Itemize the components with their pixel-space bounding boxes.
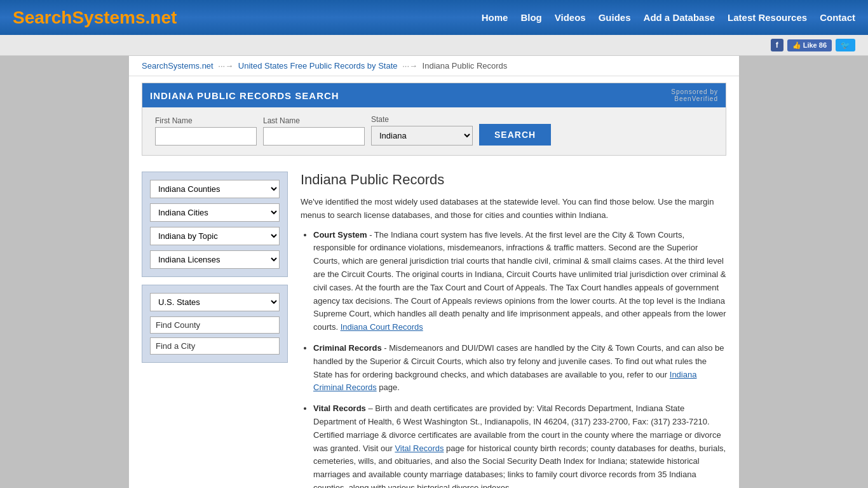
breadcrumb-arrow-2: ···→ [402,61,419,71]
find-county-link[interactable]: Find County [150,316,280,334]
court-text: - The Indiana court system has five leve… [313,230,726,332]
nav-blog[interactable]: Blog [520,12,541,23]
court-title: Court System [313,230,367,240]
search-header: INDIANA PUBLIC RECORDS SEARCH Sponsored … [142,83,726,107]
content-area: Indiana Counties Indiana Cities Indiana … [129,162,739,488]
breadcrumb-arrow-1: ···→ [218,61,235,71]
state-select[interactable]: Indiana Alabama Alaska [371,126,473,146]
twitter-button[interactable]: 🐦 [836,39,855,51]
search-fields: First Name Last Name State Indiana Alaba… [155,115,713,146]
sidebar: Indiana Counties Indiana Cities Indiana … [142,172,288,488]
nav-add-database[interactable]: Add a Database [644,12,715,23]
first-name-input[interactable] [155,127,257,146]
main-wrapper: SearchSystems.net ···→ United States Fre… [129,56,739,488]
like-button[interactable]: 👍 Like 86 [787,39,832,51]
vital-title: Vital Records [313,403,366,413]
find-city-link[interactable]: Find a City [150,337,280,355]
main-content: Indiana Public Records We've identified … [301,172,726,488]
sponsored-text: Sponsored by BeenVerified [671,88,718,102]
list-item-vital: Vital Records – Birth and death certific… [313,402,726,488]
last-name-group: Last Name [263,116,365,146]
search-button[interactable]: SEARCH [479,124,551,146]
breadcrumb-home[interactable]: SearchSystems.net [142,61,214,71]
list-item-court: Court System - The Indiana court system … [313,229,726,334]
indiana-licenses-dropdown[interactable]: Indiana Licenses [150,250,280,269]
criminal-title: Criminal Records [313,343,382,353]
logo-text: SearchSystems [13,8,146,27]
criminal-text-after: page. [379,383,400,392]
social-bar: f 👍 Like 86 🐦 [0,35,868,56]
nav-contact[interactable]: Contact [820,12,855,23]
nav-home[interactable]: Home [482,12,508,23]
nav-latest-resources[interactable]: Latest Resources [728,12,807,23]
us-states-dropdown[interactable]: U.S. States [150,293,280,311]
indiana-topic-dropdown[interactable]: Indiana by Topic [150,227,280,245]
nav-guides[interactable]: Guides [599,12,631,23]
last-name-label: Last Name [263,116,365,125]
page-title: Indiana Public Records [301,172,726,188]
intro-text: We've identified the most widely used da… [301,196,726,222]
list-item-criminal: Criminal Records - Misdemeanors and DUI/… [313,342,726,395]
state-group: State Indiana Alabama Alaska [371,115,473,146]
records-list: Court System - The Indiana court system … [313,229,726,488]
last-name-input[interactable] [263,127,365,146]
breadcrumb-current: Indiana Public Records [423,61,508,71]
breadcrumb: SearchSystems.net ···→ United States Fre… [129,56,739,76]
breadcrumb-level2[interactable]: United States Free Public Records by Sta… [238,61,398,71]
indiana-cities-dropdown[interactable]: Indiana Cities [150,203,280,222]
state-label: State [371,115,473,124]
indiana-court-records-link[interactable]: Indiana Court Records [341,322,423,332]
search-area: INDIANA PUBLIC RECORDS SEARCH Sponsored … [142,83,726,156]
first-name-group: First Name [155,116,257,146]
search-title: INDIANA PUBLIC RECORDS SEARCH [150,90,339,101]
header: SearchSystems.net Home Blog Videos Guide… [0,0,868,35]
main-nav: Home Blog Videos Guides Add a Database L… [482,12,855,23]
logo[interactable]: SearchSystems.net [13,8,177,28]
logo-accent: .net [146,8,177,27]
vital-records-link[interactable]: Vital Records [395,444,444,453]
first-name-label: First Name [155,116,257,125]
sidebar-section-us: U.S. States Find County Find a City [142,285,288,363]
facebook-button[interactable]: f [771,39,783,51]
sidebar-section-indiana: Indiana Counties Indiana Cities Indiana … [142,172,288,277]
nav-videos[interactable]: Videos [555,12,586,23]
indiana-counties-dropdown[interactable]: Indiana Counties [150,180,280,198]
